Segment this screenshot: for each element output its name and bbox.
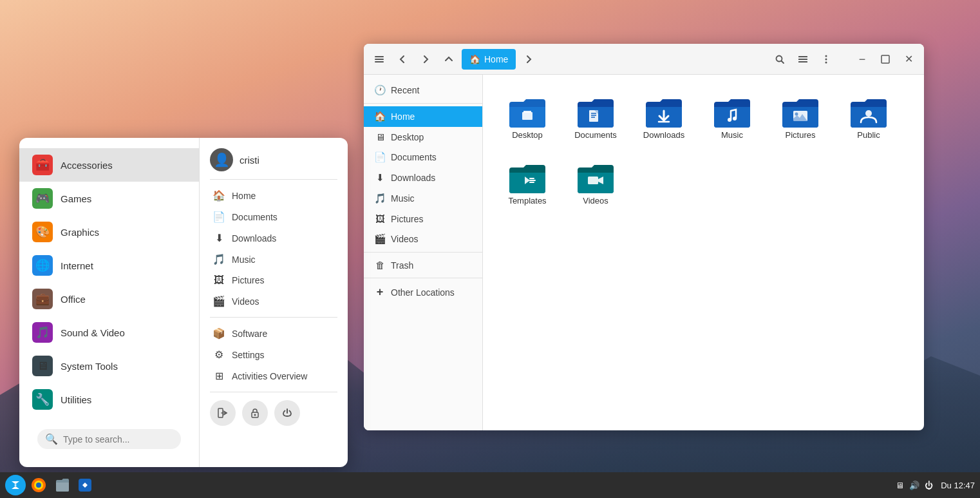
app-menu-categories: 🧰 Accessories 🎮 Games 🎨 Graphics 🌐 Inter… — [19, 138, 200, 467]
screen-icon: 🖥 — [896, 481, 904, 490]
link-videos-icon: 🎬 — [212, 295, 225, 307]
taskbar-files-button[interactable] — [52, 475, 72, 495]
folder-documents[interactable]: Documents — [567, 90, 625, 146]
svg-rect-5 — [798, 56, 807, 57]
svg-rect-7 — [798, 61, 807, 62]
svg-point-24 — [865, 110, 872, 117]
sidebar-divider-1 — [364, 103, 482, 104]
link-music[interactable]: 🎵 Music — [210, 249, 337, 270]
link-settings[interactable]: ⚙ Settings — [210, 344, 337, 365]
svg-point-23 — [795, 113, 798, 116]
link-home-icon: 🏠 — [212, 189, 225, 202]
folder-documents-label: Documents — [574, 130, 617, 140]
link-software-icon: 📦 — [212, 327, 225, 340]
link-activities[interactable]: ⊞ Activities Overview — [210, 365, 337, 387]
link-videos[interactable]: 🎬 Videos — [210, 291, 337, 312]
app-search-bar[interactable]: 🔍 — [37, 429, 181, 449]
sidebar-item-recent[interactable]: 🕐 Recent — [364, 80, 482, 101]
folder-videos[interactable]: Videos — [567, 156, 625, 211]
menu-item-system-tools[interactable]: 🖥 System Tools — [19, 349, 199, 383]
link-downloads-icon: ⬇ — [212, 232, 225, 244]
sound-video-icon: 🎵 — [32, 322, 53, 343]
app-search-input[interactable] — [63, 434, 173, 445]
link-documents-icon: 📄 — [212, 211, 225, 223]
taskbar-system-icons: 🖥 🔊 ⏻ — [896, 481, 933, 490]
svg-rect-13 — [523, 111, 531, 113]
user-avatar: 👤 — [210, 148, 233, 171]
sidebar-item-documents[interactable]: 📄 Documents — [364, 147, 482, 168]
menu-item-accessories[interactable]: 🧰 Accessories — [19, 148, 199, 182]
fm-list-view-button[interactable] — [793, 49, 813, 70]
folder-documents-icon — [575, 95, 616, 130]
sidebar-item-trash[interactable]: 🗑 Trash — [364, 255, 482, 275]
folder-desktop-icon — [507, 95, 548, 130]
menu-item-graphics[interactable]: 🎨 Graphics — [19, 215, 199, 249]
folder-music[interactable]: Music — [703, 90, 761, 146]
svg-rect-2 — [375, 61, 384, 62]
menu-item-internet[interactable]: 🌐 Internet — [19, 249, 199, 282]
folder-downloads[interactable]: Downloads — [635, 90, 693, 146]
office-icon: 💼 — [32, 289, 53, 309]
folder-downloads-icon — [643, 95, 684, 130]
sidebar-item-music[interactable]: 🎵 Music — [364, 188, 482, 209]
sidebar-item-pictures[interactable]: 🖼 Pictures — [364, 209, 482, 229]
folder-templates-label: Templates — [508, 196, 546, 206]
link-documents[interactable]: 📄 Documents — [210, 206, 337, 227]
fm-maximize-button[interactable] — [875, 49, 896, 70]
link-software[interactable]: 📦 Software — [210, 323, 337, 344]
fm-next-button[interactable] — [518, 49, 539, 70]
taskbar-left — [5, 475, 95, 495]
sidebar-item-downloads[interactable]: ⬇ Downloads — [364, 168, 482, 188]
menu-item-office[interactable]: 💼 Office — [19, 282, 199, 316]
link-pictures[interactable]: 🖼 Pictures — [210, 270, 337, 291]
taskbar-software-button[interactable] — [75, 475, 95, 495]
folder-public[interactable]: Public — [840, 90, 898, 146]
menu-item-games[interactable]: 🎮 Games — [19, 182, 199, 215]
desktop-icon: 🖥 — [374, 131, 386, 142]
logout-button[interactable] — [210, 400, 236, 426]
fm-forward-button[interactable] — [415, 49, 436, 70]
taskbar-zorin-button[interactable] — [5, 475, 26, 495]
fm-minimize-button[interactable]: − — [852, 49, 872, 70]
lock-button[interactable] — [242, 400, 268, 426]
folder-desktop[interactable]: Desktop — [498, 90, 556, 146]
fm-home-breadcrumb[interactable]: 🏠 Home — [462, 49, 516, 70]
menu-item-utilities[interactable]: 🔧 Utilities — [19, 383, 199, 416]
divider-2 — [210, 317, 337, 318]
folder-videos-icon — [575, 161, 616, 196]
fm-close-button[interactable]: ✕ — [898, 49, 919, 70]
power-button[interactable] — [274, 400, 300, 426]
sidebar-item-videos[interactable]: 🎬 Videos — [364, 229, 482, 249]
software-icon — [77, 477, 93, 493]
link-downloads[interactable]: ⬇ Downloads — [210, 227, 337, 249]
fm-up-button[interactable] — [438, 49, 459, 70]
sidebar-item-desktop[interactable]: 🖥 Desktop — [364, 127, 482, 147]
user-name: cristi — [240, 155, 259, 166]
fm-menu-button[interactable] — [369, 49, 390, 70]
utilities-icon: 🔧 — [32, 389, 53, 410]
sidebar-divider-2 — [364, 252, 482, 253]
menu-item-sound-video[interactable]: 🎵 Sound & Video — [19, 316, 199, 349]
svg-rect-1 — [375, 59, 384, 60]
downloads-icon: ⬇ — [374, 172, 386, 184]
folder-public-label: Public — [857, 130, 880, 140]
folder-public-icon — [848, 95, 889, 130]
taskbar-firefox-button[interactable] — [28, 475, 49, 495]
fm-search-button[interactable] — [769, 49, 790, 70]
fm-more-button[interactable] — [816, 49, 836, 70]
folder-pictures-icon — [780, 95, 821, 130]
svg-point-35 — [36, 483, 41, 488]
fm-back-button[interactable] — [392, 49, 413, 70]
taskbar-datetime: Du 12:47 — [941, 481, 975, 490]
link-home[interactable]: 🏠 Home — [210, 185, 337, 206]
music-icon: 🎵 — [374, 193, 386, 204]
sidebar-item-home[interactable]: 🏠 Home — [364, 106, 482, 127]
file-manager-content: Desktop Documents — [483, 75, 924, 430]
link-settings-icon: ⚙ — [212, 349, 225, 361]
folder-pictures[interactable]: Pictures — [771, 90, 829, 146]
accessories-icon: 🧰 — [32, 155, 53, 175]
svg-point-9 — [825, 58, 827, 60]
folder-desktop-label: Desktop — [512, 130, 543, 140]
sidebar-item-other-locations[interactable]: + Other Locations — [364, 281, 482, 303]
folder-templates[interactable]: Templates — [498, 156, 556, 211]
